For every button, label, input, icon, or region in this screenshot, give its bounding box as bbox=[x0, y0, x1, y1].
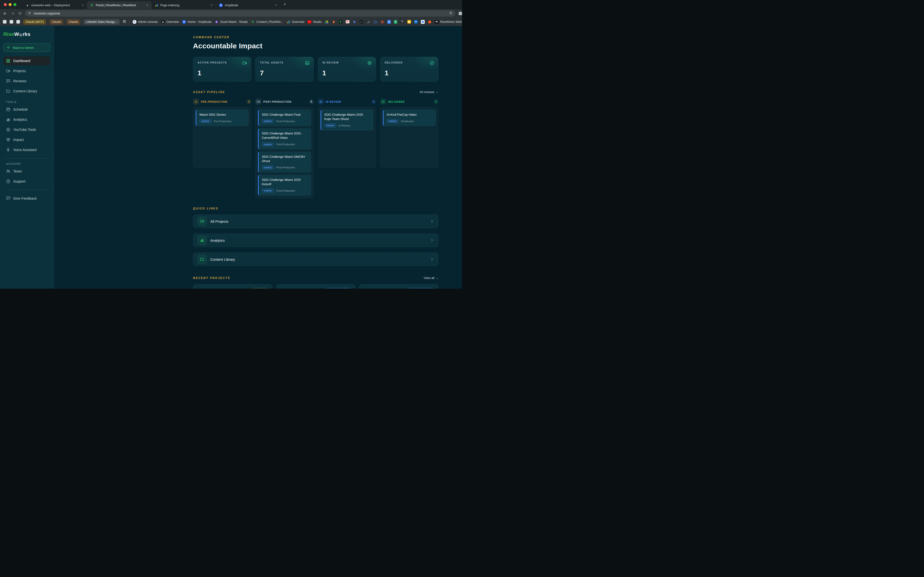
close-icon[interactable] bbox=[210, 3, 213, 7]
bookmark-item[interactable]: GAdmin console bbox=[132, 20, 158, 24]
all-reviews-link[interactable]: All reviews → bbox=[419, 90, 439, 94]
site-settings-icon[interactable] bbox=[28, 11, 31, 15]
sidebar-item-dashboard[interactable]: Dashboard bbox=[3, 56, 50, 65]
sidebar-item-reviews[interactable]: Reviews bbox=[3, 76, 50, 85]
reload-button[interactable] bbox=[18, 12, 22, 15]
google-drive-icon bbox=[325, 20, 329, 24]
asset-card[interactable]: SDG Challenge Miami 2025 - CarverBRoll-V… bbox=[258, 129, 311, 149]
project-card[interactable]: SDG Challenge MiamiActiveSDG Challenge M… bbox=[193, 284, 272, 288]
asset-title: AI-KickTheCup-Video bbox=[387, 113, 432, 117]
arrow-right-icon[interactable] bbox=[11, 11, 15, 16]
arrow-left-icon[interactable] bbox=[3, 11, 7, 16]
sidebar-item-projects[interactable]: Projects bbox=[3, 66, 50, 76]
browser-tab[interactable]: RPortal | RiseWorks | RiseWork bbox=[87, 1, 152, 9]
bookmark-item[interactable] bbox=[360, 20, 363, 24]
bookmark-item[interactable] bbox=[387, 20, 391, 24]
close-icon[interactable] bbox=[274, 3, 278, 7]
address-bar[interactable]: riseworks.org/portal bbox=[25, 10, 455, 16]
stat-label: TOTAL ASSETS bbox=[260, 61, 309, 64]
pipeline-column-header: PRE-PRODUCTION1 bbox=[193, 98, 251, 105]
url-text: riseworks.org/portal bbox=[34, 12, 60, 15]
sidebar-item-support[interactable]: Support bbox=[3, 177, 50, 186]
bookmark-item[interactable] bbox=[428, 20, 432, 24]
maximize-window-button[interactable] bbox=[13, 3, 16, 6]
tab-list: ▲riseworks-web – DeploymentRPortal | Ris… bbox=[23, 0, 281, 9]
bookmark-item[interactable] bbox=[407, 20, 411, 24]
bookmark-item[interactable]: Studio bbox=[308, 20, 321, 24]
tab-group-chip[interactable]: LinkedIn Sales Naviga... bbox=[84, 19, 119, 24]
browser-tab[interactable]: Page indexing bbox=[152, 1, 216, 9]
asset-pipeline-board: PRE-PRODUCTION1Miami SDG StoriesVIDEOPre… bbox=[193, 98, 439, 198]
tab-group-chip[interactable]: Claude (MCP) bbox=[23, 19, 46, 24]
bookmark-item[interactable]: RContent | RiseWor... bbox=[251, 20, 283, 24]
asset-card[interactable]: AI-KickTheCup-VideoVIDEODistributed bbox=[383, 110, 436, 126]
pipeline-column-body: AI-KickTheCup-VideoVIDEODistributed bbox=[380, 107, 439, 168]
sidebar-item-team[interactable]: Team bbox=[3, 167, 50, 176]
bookmark-item[interactable] bbox=[332, 20, 336, 24]
project-card[interactable]: SDG Challenge ContentPre-ProductionAuto-… bbox=[359, 284, 439, 288]
bookmark-item[interactable] bbox=[366, 20, 370, 24]
asset-card[interactable]: SDG Challenge Miami GMCBV ShootVIDEOPost… bbox=[258, 152, 311, 172]
sidebar-item-schedule[interactable]: Schedule bbox=[3, 105, 50, 114]
bookmark-item[interactable]: M bbox=[346, 20, 349, 23]
bookmark-star-icon[interactable] bbox=[449, 11, 452, 15]
star-icon[interactable] bbox=[449, 11, 452, 15]
reddit-icon bbox=[428, 20, 432, 24]
pipeline-column-header: IN REVIEW1 bbox=[318, 98, 376, 105]
asset-type-badge: VIDEO bbox=[262, 119, 274, 123]
bookmark-item[interactable]: RiseWorks Websit... bbox=[435, 20, 462, 24]
quick-link-content-library[interactable]: Content Library bbox=[193, 253, 439, 266]
bookmark-item[interactable]: AHome - Amplitude bbox=[182, 20, 211, 24]
bookmark-item[interactable] bbox=[421, 20, 425, 24]
minimize-window-button[interactable] bbox=[9, 3, 11, 6]
close-icon[interactable] bbox=[81, 3, 84, 7]
bookmark-item[interactable]: Overview bbox=[286, 20, 305, 24]
asset-card[interactable]: Miami SDG StoriesVIDEOPre-Production bbox=[196, 110, 248, 126]
view-all-link[interactable]: View all → bbox=[424, 276, 439, 280]
bookmark-item[interactable]: in bbox=[414, 20, 418, 24]
project-status-badge: Pre-Production bbox=[408, 288, 434, 288]
browser-tab[interactable]: AAmplitude bbox=[216, 1, 281, 9]
quick-link-analytics[interactable]: Analytics bbox=[193, 234, 439, 247]
tune-icon[interactable] bbox=[28, 11, 31, 15]
bookmark-item[interactable] bbox=[325, 20, 329, 24]
sidebar-item-impact[interactable]: Impact bbox=[3, 135, 50, 144]
forward-button[interactable] bbox=[11, 11, 15, 16]
sidebar-item-analytics[interactable]: Analytics bbox=[3, 115, 50, 124]
bookmark-item[interactable] bbox=[381, 20, 384, 24]
back-to-admin-button[interactable]: Back to Admin bbox=[3, 43, 50, 52]
sidebar-divider bbox=[4, 190, 49, 190]
bookmark-item[interactable] bbox=[353, 20, 356, 24]
reload-icon[interactable] bbox=[18, 12, 22, 15]
bookmark-item[interactable]: Overview bbox=[161, 20, 179, 24]
sidebar-item-voice-assistant[interactable]: Voice Assistant bbox=[3, 145, 50, 155]
tab-group-chip[interactable]: Claude bbox=[49, 19, 63, 24]
bookmark-item[interactable]: ❞ bbox=[400, 20, 404, 24]
close-icon[interactable] bbox=[145, 3, 149, 7]
asset-card[interactable]: SDG Challenge Miami 2025 Kojin Team Shoo… bbox=[321, 110, 373, 131]
app-shortcut-icon[interactable] bbox=[10, 20, 13, 24]
app-shortcut-icon[interactable] bbox=[3, 20, 6, 24]
logo-text-w: W bbox=[14, 31, 19, 37]
sidebar-item-youtube-tools[interactable]: YouTube Tools bbox=[3, 125, 50, 134]
asset-card[interactable]: SDG Challenge Miami FinalVIDEOPost-Produ… bbox=[258, 110, 311, 126]
asset-card[interactable]: SDG Challenge Miami 2025 KickoffVIDEOPos… bbox=[258, 175, 311, 195]
back-button[interactable] bbox=[3, 11, 7, 16]
extension-icon[interactable] bbox=[459, 12, 462, 15]
bookmark-item[interactable] bbox=[373, 20, 377, 24]
project-card[interactable]: SDG Business Profile SeriesPre-Productio… bbox=[276, 284, 355, 288]
quick-link-all-projects[interactable]: All Projects bbox=[193, 214, 439, 228]
bookmark-item[interactable]: Good Miami - Shade bbox=[214, 20, 248, 24]
give-feedback-button[interactable]: Give Feedback bbox=[3, 194, 50, 203]
close-window-button[interactable] bbox=[4, 3, 7, 6]
bookmark-item[interactable] bbox=[339, 20, 343, 24]
pipeline-column: PRE-PRODUCTION1Miami SDG StoriesVIDEOPre… bbox=[193, 98, 251, 198]
app-shortcut-icon[interactable] bbox=[16, 20, 20, 24]
bookmark-item[interactable] bbox=[394, 20, 397, 24]
plus-icon[interactable] bbox=[283, 2, 287, 6]
browser-tab[interactable]: ▲riseworks-web – Deployment bbox=[23, 1, 87, 9]
apps-grid-icon[interactable] bbox=[123, 20, 126, 24]
sidebar-item-content-library[interactable]: Content Library bbox=[3, 87, 50, 96]
tab-group-chip[interactable]: Claude bbox=[66, 19, 81, 24]
new-tab-button[interactable] bbox=[283, 2, 287, 7]
